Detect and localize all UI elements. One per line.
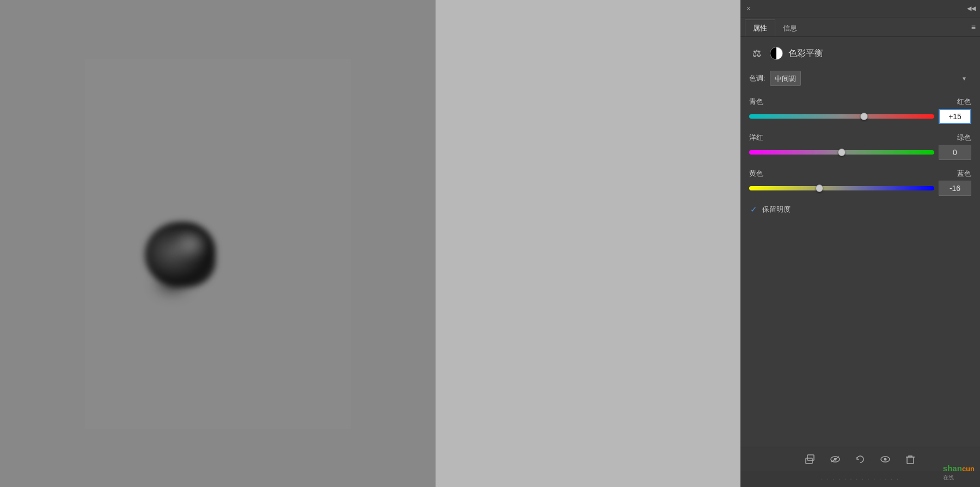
yellow-blue-gradient [749,186,934,190]
magenta-green-labels: 洋红 绿色 [749,133,971,143]
section-title: 色彩平衡 [788,48,823,59]
watermark: shancun 在线 [943,464,975,482]
magenta-green-track[interactable] [749,149,934,156]
svg-point-5 [884,458,887,460]
mid-area [436,0,740,487]
yellow-blue-slider-group: 黄色 蓝色 -16 [749,169,971,196]
svg-rect-0 [806,458,812,464]
section-title-row: ⚖ 色彩平衡 [749,46,971,61]
magenta-green-gradient [749,150,934,155]
svg-rect-6 [907,457,914,464]
properties-panel: × ◀◀ 属性 信息 ≡ ⚖ 色彩平衡 色调: 阴影 中间调 高光 [740,0,980,487]
tone-select-wrapper[interactable]: 阴影 中间调 高光 [770,71,971,86]
tab-info[interactable]: 信息 [775,20,805,36]
yellow-blue-slider-row: -16 [749,181,971,196]
preserve-luminosity-row: ✓ 保留明度 [749,205,971,214]
delete-icon[interactable] [903,452,918,467]
tone-label: 色调: [749,73,765,83]
panel-collapse-button[interactable]: ◀◀ [967,5,976,12]
cyan-red-value[interactable]: +15 [939,109,971,124]
preserve-luminosity-label: 保留明度 [762,205,791,214]
reset-icon[interactable] [853,452,868,467]
preserve-luminosity-checkbox[interactable]: ✓ [749,205,758,214]
canvas-inner [85,59,351,429]
clip-layer-icon[interactable] [803,452,818,467]
tone-select[interactable]: 阴影 中间调 高光 [770,71,801,86]
magenta-green-slider-group: 洋红 绿色 0 [749,133,971,160]
blue-label: 蓝色 [957,169,971,178]
visibility-icon[interactable] [878,452,893,467]
panel-menu-icon[interactable]: ≡ [971,23,976,32]
yellow-label: 黄色 [749,169,763,178]
circle-half-icon [770,47,783,60]
resize-dots: · · · · · · · · · · · · · · [821,475,899,483]
yellow-blue-value[interactable]: -16 [939,181,971,196]
panel-close-button[interactable]: × [745,5,752,13]
magenta-label: 洋红 [749,133,763,143]
magenta-green-thumb[interactable] [838,149,846,156]
tone-row: 色调: 阴影 中间调 高光 [749,71,971,86]
yellow-blue-thumb[interactable] [816,184,823,192]
green-label: 绿色 [957,133,971,143]
magenta-green-value[interactable]: 0 [939,145,971,160]
balance-icon: ⚖ [749,46,764,61]
cyan-label: 青色 [749,97,763,107]
yellow-blue-labels: 黄色 蓝色 [749,169,971,178]
panel-header-bar: × ◀◀ [740,0,980,17]
cyan-red-track[interactable] [749,113,934,120]
panel-content: ⚖ 色彩平衡 色调: 阴影 中间调 高光 青色 红色 [740,37,980,221]
canvas-area [0,0,436,487]
tab-properties[interactable]: 属性 [745,20,775,36]
cyan-red-thumb[interactable] [860,113,868,120]
eye-icon[interactable] [828,452,843,467]
yellow-blue-track[interactable] [749,184,934,192]
cyan-red-gradient [749,114,934,119]
panel-tabs: 属性 信息 ≡ [740,17,980,37]
cyan-red-slider-row: +15 [749,109,971,124]
svg-rect-1 [807,455,814,460]
magenta-green-slider-row: 0 [749,145,971,160]
red-label: 红色 [957,97,971,107]
cyan-red-labels: 青色 红色 [749,97,971,107]
skull-image [139,217,226,304]
cyan-red-slider-group: 青色 红色 +15 [749,97,971,124]
